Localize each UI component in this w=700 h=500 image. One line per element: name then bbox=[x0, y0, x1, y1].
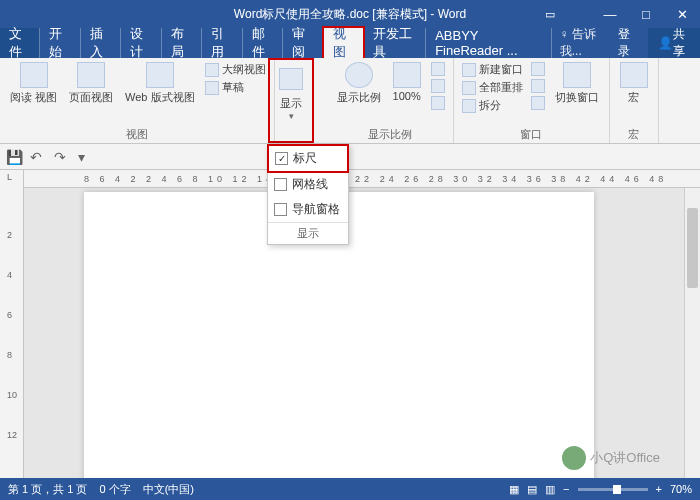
print-layout-icon bbox=[77, 62, 105, 88]
zoom-in-button[interactable]: + bbox=[656, 483, 662, 495]
print-layout-view-icon[interactable]: ▤ bbox=[527, 483, 537, 496]
tab-home[interactable]: 开始 bbox=[40, 28, 80, 58]
print-layout-button[interactable]: 页面视图 bbox=[63, 60, 119, 107]
document-area: 8 6 4 2 2 4 6 8 10 12 14 16 18 20 22 24 … bbox=[24, 170, 700, 478]
share-icon: 👤 bbox=[658, 36, 673, 50]
maximize-button[interactable]: □ bbox=[628, 0, 664, 28]
tab-abbyy[interactable]: ABBYY FineReader ... bbox=[426, 28, 552, 58]
share-button[interactable]: 👤 共享 bbox=[648, 28, 700, 58]
tab-review[interactable]: 审阅 bbox=[283, 28, 323, 58]
web-layout-view-icon[interactable]: ▥ bbox=[545, 483, 555, 496]
zoom-out-button[interactable]: − bbox=[563, 483, 569, 495]
web-layout-button[interactable]: Web 版式视图 bbox=[119, 60, 200, 107]
navpane-checkbox[interactable] bbox=[274, 203, 287, 216]
tab-selector[interactable]: L bbox=[7, 172, 12, 182]
page-width-button[interactable] bbox=[431, 96, 445, 110]
navpane-checkbox-item[interactable]: 导航窗格 bbox=[268, 197, 348, 222]
page-count[interactable]: 第 1 页，共 1 页 bbox=[8, 482, 87, 497]
tab-insert[interactable]: 插入 bbox=[81, 28, 121, 58]
group-views: 阅读 视图 页面视图 Web 版式视图 大纲视图 草稿 视图 bbox=[0, 58, 275, 143]
zoom-level[interactable]: 70% bbox=[670, 483, 692, 495]
sync-scroll-button[interactable] bbox=[531, 79, 545, 93]
group-label-zoom: 显示比例 bbox=[368, 127, 412, 143]
vertical-scrollbar[interactable] bbox=[684, 188, 700, 478]
read-mode-view-icon[interactable]: ▦ bbox=[509, 483, 519, 496]
read-mode-button[interactable]: 阅读 视图 bbox=[4, 60, 63, 107]
ruler-checkbox-item[interactable]: ✓ 标尺 bbox=[267, 144, 349, 173]
tab-developer[interactable]: 开发工具 bbox=[364, 28, 426, 58]
one-page-icon bbox=[431, 62, 445, 76]
zoom-100-button[interactable]: 100% bbox=[387, 60, 427, 104]
page-width-icon bbox=[431, 96, 445, 110]
tab-mailings[interactable]: 邮件 bbox=[243, 28, 283, 58]
outline-view-button[interactable]: 大纲视图 bbox=[205, 62, 266, 77]
close-button[interactable]: ✕ bbox=[664, 0, 700, 28]
one-page-button[interactable] bbox=[431, 62, 445, 76]
tab-file[interactable]: 文件 bbox=[0, 28, 40, 58]
scrollbar-thumb[interactable] bbox=[687, 208, 698, 288]
group-label-window: 窗口 bbox=[520, 127, 542, 143]
switch-windows-icon bbox=[563, 62, 591, 88]
tab-design[interactable]: 设计 bbox=[121, 28, 161, 58]
draft-icon bbox=[205, 81, 219, 95]
view-side-button[interactable] bbox=[531, 62, 545, 76]
web-layout-icon bbox=[146, 62, 174, 88]
document-title: Word标尺使用全攻略.doc [兼容模式] - Word bbox=[234, 6, 466, 23]
split-icon bbox=[462, 99, 476, 113]
multi-page-icon bbox=[431, 79, 445, 93]
ribbon-display-options-icon[interactable]: ▭ bbox=[545, 8, 555, 21]
switch-windows-button[interactable]: 切换窗口 bbox=[549, 60, 605, 107]
language-status[interactable]: 中文(中国) bbox=[143, 482, 194, 497]
sync-scroll-icon bbox=[531, 79, 545, 93]
zoom-button[interactable]: 显示比例 bbox=[331, 60, 387, 107]
zoom-slider-knob[interactable] bbox=[613, 485, 621, 494]
show-icon bbox=[279, 68, 303, 90]
save-icon[interactable]: 💾 bbox=[6, 149, 22, 165]
word-count[interactable]: 0 个字 bbox=[99, 482, 130, 497]
group-label-views: 视图 bbox=[126, 127, 148, 143]
side-by-side-icon bbox=[531, 62, 545, 76]
zoom-slider[interactable] bbox=[578, 488, 648, 491]
title-bar: Word标尺使用全攻略.doc [兼容模式] - Word ▭ — □ ✕ bbox=[0, 0, 700, 28]
vertical-ruler[interactable]: L 2 4 6 8 10 12 bbox=[0, 170, 24, 478]
ribbon-view: 阅读 视图 页面视图 Web 版式视图 大纲视图 草稿 视图 显示 ▾ 显示比例… bbox=[0, 58, 700, 144]
minimize-button[interactable]: — bbox=[592, 0, 628, 28]
group-window: 新建窗口 全部重排 拆分 切换窗口 窗口 bbox=[454, 58, 610, 143]
ribbon-tabs: 文件 开始 插入 设计 布局 引用 邮件 审阅 视图 开发工具 ABBYY Fi… bbox=[0, 28, 700, 58]
tab-layout[interactable]: 布局 bbox=[162, 28, 202, 58]
read-mode-icon bbox=[20, 62, 48, 88]
status-bar: 第 1 页，共 1 页 0 个字 中文(中国) ▦ ▤ ▥ − + 70% bbox=[0, 478, 700, 500]
split-button[interactable]: 拆分 bbox=[462, 98, 523, 113]
arrange-all-icon bbox=[462, 81, 476, 95]
login-link[interactable]: 登录 bbox=[608, 26, 648, 60]
group-macros: 宏 宏 bbox=[610, 58, 659, 143]
gridlines-checkbox-item[interactable]: 网格线 bbox=[268, 172, 348, 197]
group-zoom: 显示比例 100% 显示比例 bbox=[327, 58, 454, 143]
multi-page-button[interactable] bbox=[431, 79, 445, 93]
reset-window-button[interactable] bbox=[531, 96, 545, 110]
draft-view-button[interactable]: 草稿 bbox=[205, 80, 266, 95]
tell-me-search[interactable]: ♀ 告诉我... bbox=[560, 26, 608, 60]
outline-icon bbox=[205, 63, 219, 77]
workspace: L 2 4 6 8 10 12 8 6 4 2 2 4 6 8 10 12 14… bbox=[0, 170, 700, 478]
gridlines-checkbox[interactable] bbox=[274, 178, 287, 191]
macros-button[interactable]: 宏 bbox=[614, 60, 654, 107]
window-controls: — □ ✕ bbox=[592, 0, 700, 28]
tab-view[interactable]: 视图 bbox=[324, 28, 364, 58]
chevron-down-icon: ▾ bbox=[289, 111, 294, 121]
reset-window-icon bbox=[531, 96, 545, 110]
undo-icon[interactable]: ↶ bbox=[30, 149, 46, 165]
horizontal-ruler[interactable]: 8 6 4 2 2 4 6 8 10 12 14 16 18 20 22 24 … bbox=[24, 170, 700, 188]
qat-customize-icon[interactable]: ▾ bbox=[78, 149, 94, 165]
arrange-all-button[interactable]: 全部重排 bbox=[462, 80, 523, 95]
new-window-icon bbox=[462, 63, 476, 77]
redo-icon[interactable]: ↷ bbox=[54, 149, 70, 165]
zoom-100-icon bbox=[393, 62, 421, 88]
watermark-avatar-icon bbox=[562, 446, 586, 470]
new-window-button[interactable]: 新建窗口 bbox=[462, 62, 523, 77]
tab-references[interactable]: 引用 bbox=[202, 28, 242, 58]
show-dropdown-button[interactable]: 显示 ▾ bbox=[268, 58, 314, 143]
watermark: 小Q讲Office bbox=[562, 446, 660, 470]
group-label-macros: 宏 bbox=[628, 127, 639, 143]
ruler-checkbox[interactable]: ✓ bbox=[275, 152, 288, 165]
